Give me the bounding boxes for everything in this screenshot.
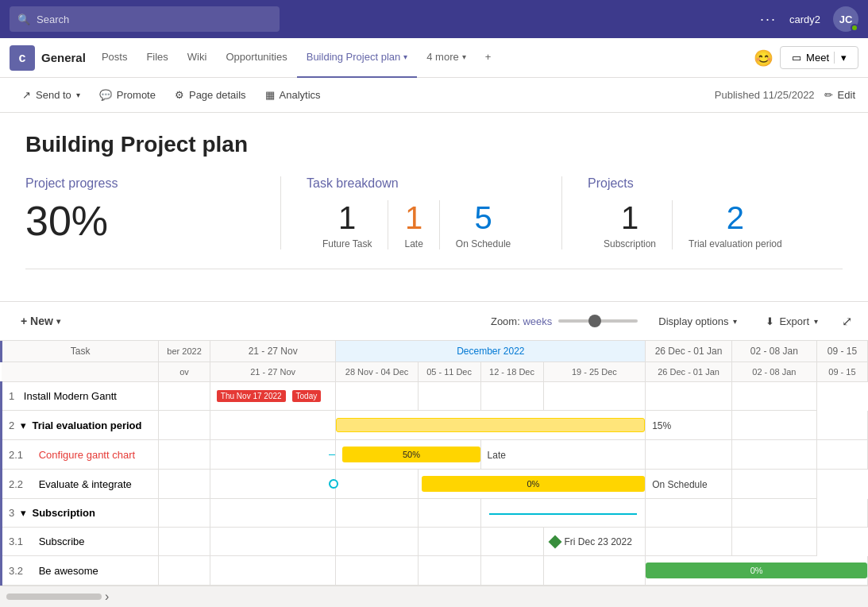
emoji-button[interactable]: 😊 bbox=[754, 48, 773, 68]
milestone-date: Fri Dec 23 2022 bbox=[565, 536, 632, 547]
promote-button[interactable]: 💬 Promote bbox=[90, 78, 165, 113]
display-options-label: Display options bbox=[658, 315, 728, 327]
late-label: Late bbox=[488, 450, 506, 461]
tab-wiki[interactable]: Wiki bbox=[178, 38, 217, 78]
tab-opportunities[interactable]: Opportunities bbox=[216, 38, 296, 78]
pct-label: 15% bbox=[652, 420, 671, 431]
scroll-right-button[interactable]: › bbox=[105, 590, 109, 604]
subscription-label: Subscription bbox=[604, 238, 656, 249]
collapse-icon[interactable]: ▾ bbox=[21, 419, 26, 431]
export-button[interactable]: ⬇ Export ▾ bbox=[758, 311, 826, 332]
export-label: Export bbox=[779, 315, 809, 327]
gantt-cell bbox=[210, 556, 336, 586]
display-options-button[interactable]: Display options ▾ bbox=[650, 311, 745, 332]
analytics-button[interactable]: ▦ Analytics bbox=[256, 78, 330, 113]
meet-dropdown-button[interactable]: ▾ bbox=[834, 52, 847, 64]
search-placeholder: Search bbox=[37, 14, 69, 25]
video-icon: ▭ bbox=[792, 52, 801, 64]
col-header-nov: ber 2022 bbox=[159, 341, 210, 362]
page-title: Building Project plan bbox=[25, 132, 843, 157]
page-details-button[interactable]: ⚙ Page details bbox=[165, 78, 256, 113]
gantt-cell-connector bbox=[480, 499, 646, 528]
gantt-cell bbox=[159, 528, 210, 556]
gantt-toolbar-right: Zoom: weeks Display options ▾ ⬇ Export ▾… bbox=[491, 311, 855, 332]
gantt-cell-today: Thu Nov 17 2022 Today bbox=[210, 382, 336, 411]
project-progress-section: Project progress 30% bbox=[25, 176, 280, 249]
tab-posts[interactable]: Posts bbox=[92, 38, 137, 78]
edit-button[interactable]: ✏ Edit bbox=[824, 89, 855, 101]
nav-bar-right: 😊 ▭ Meet ▾ bbox=[754, 46, 858, 69]
top-bar-right: ··· cardy2 JC bbox=[760, 6, 858, 32]
avatar[interactable]: JC bbox=[833, 6, 858, 32]
tab-files[interactable]: Files bbox=[137, 38, 177, 78]
project-progress-value: 30% bbox=[25, 200, 280, 242]
gantt-bar-cell-50: 50% bbox=[336, 440, 480, 470]
projects-section: Projects 1 Subscription 2 Trial evaluati… bbox=[561, 176, 843, 249]
task-name: Subscribe bbox=[29, 535, 85, 547]
avatar-initials: JC bbox=[839, 14, 853, 25]
gantt-cell bbox=[418, 528, 480, 556]
tab-building-project-plan[interactable]: Building Project plan ▾ bbox=[297, 38, 418, 78]
collapse-icon[interactable]: ▾ bbox=[21, 507, 26, 519]
gantt-cell bbox=[731, 528, 816, 556]
add-tab-button[interactable]: + bbox=[476, 38, 501, 78]
new-button[interactable]: + New ▾ bbox=[13, 310, 68, 332]
col-header-week1: 21 - 27 Nov bbox=[210, 341, 336, 362]
channel-name: General bbox=[41, 51, 86, 64]
analytics-label: Analytics bbox=[280, 89, 321, 101]
bar-label: 50% bbox=[403, 450, 420, 459]
task-cell: 2.1 Configure gantt chart bbox=[2, 440, 159, 470]
more-options-button[interactable]: ··· bbox=[760, 11, 777, 28]
edit-label: Edit bbox=[838, 89, 855, 101]
task-cell: 1 Install Modern Gantt bbox=[2, 382, 159, 411]
gantt-cell bbox=[159, 411, 210, 440]
gantt-toolbar: + New ▾ Zoom: weeks Display options ▾ ⬇ … bbox=[0, 302, 868, 341]
tab-more[interactable]: 4 more ▾ bbox=[417, 38, 475, 78]
col-header-december: December 2022 bbox=[336, 341, 646, 362]
online-indicator bbox=[851, 24, 858, 32]
analytics-icon: ▦ bbox=[265, 89, 275, 101]
sub-col-week7: 02 - 08 Jan bbox=[731, 362, 816, 382]
col-header-week8: 09 - 15 bbox=[816, 341, 867, 362]
search-box[interactable]: 🔍 Search bbox=[10, 6, 280, 32]
project-progress-title: Project progress bbox=[25, 176, 280, 191]
gantt-cell bbox=[731, 499, 816, 528]
on-schedule-label: On Schedule bbox=[456, 238, 511, 249]
edit-icon: ✏ bbox=[824, 89, 833, 101]
table-row: 3.1 Subscribe Fri Dec 23 2022 bbox=[2, 528, 868, 556]
settings-icon: ⚙ bbox=[175, 89, 184, 101]
gantt-cell bbox=[418, 382, 480, 411]
logo-letter: c bbox=[19, 51, 26, 65]
top-bar: 🔍 Search ··· cardy2 JC bbox=[0, 0, 868, 38]
task-cell: 3.2 Be awesome bbox=[2, 556, 159, 586]
meet-button[interactable]: ▭ Meet ▾ bbox=[780, 46, 858, 69]
toolbar-right: Published 11/25/2022 ✏ Edit bbox=[715, 89, 855, 101]
gantt-cell bbox=[646, 382, 732, 411]
fullscreen-button[interactable]: ⤢ bbox=[839, 311, 855, 332]
gantt-cell bbox=[159, 499, 210, 528]
gantt-cell bbox=[543, 556, 646, 586]
gantt-cell bbox=[418, 499, 480, 528]
horizontal-scrollbar[interactable] bbox=[6, 593, 102, 600]
trial-value: 2 bbox=[689, 200, 782, 235]
page-details-label: Page details bbox=[189, 89, 246, 101]
chevron-down-icon: ▾ bbox=[462, 52, 466, 61]
zoom-slider[interactable] bbox=[558, 319, 638, 323]
username-label: cardy2 bbox=[789, 14, 820, 25]
send-to-button[interactable]: ↗ Send to ▾ bbox=[13, 78, 90, 113]
gantt-cell bbox=[336, 499, 418, 528]
gantt-cell-connector bbox=[210, 440, 336, 470]
gantt-bar-cell-0: 0% bbox=[418, 470, 646, 499]
on-schedule-value: 5 bbox=[456, 200, 511, 235]
table-row: 3.2 Be awesome 0% bbox=[2, 556, 868, 586]
gantt-cell bbox=[731, 440, 816, 470]
sub-col-week5: 19 - 25 Dec bbox=[543, 362, 646, 382]
gantt-cell bbox=[336, 556, 418, 586]
milestone-diamond bbox=[548, 535, 561, 548]
new-label: + New bbox=[21, 315, 53, 327]
gantt-bar-cell bbox=[336, 411, 646, 440]
sub-col-week4: 12 - 18 Dec bbox=[480, 362, 543, 382]
gantt-cell bbox=[731, 382, 816, 411]
chevron-down-icon: ▾ bbox=[56, 317, 60, 326]
trial-label: Trial evaluation period bbox=[689, 238, 782, 249]
